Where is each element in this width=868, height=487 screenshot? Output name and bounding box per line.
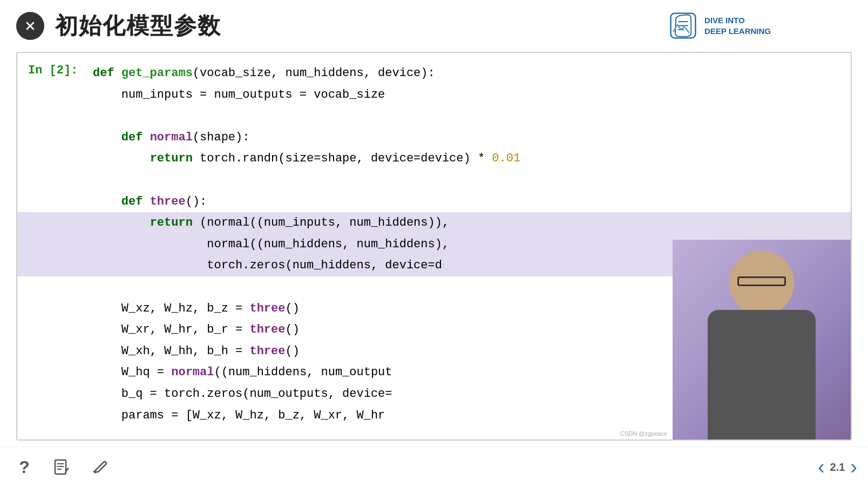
close-button[interactable] (16, 12, 44, 40)
code-line-blank2 (93, 170, 851, 191)
code-line-3: def normal(shape): (93, 127, 851, 148)
watermark: CSDN @zgpeace (620, 430, 667, 437)
code-line-6: return (normal((num_inputs, num_hiddens)… (93, 212, 852, 234)
code-line-blank1 (93, 105, 851, 127)
person-body (708, 310, 816, 439)
bottom-toolbar: ? ‹ 2.1 › (0, 447, 868, 487)
page-number: 2.1 (830, 461, 845, 474)
code-line-5: def three(): (93, 191, 851, 213)
logo-area: DIVE INTO DEEP LEARNING (668, 11, 771, 40)
code-line-4: return torch.randn(size=shape, device=de… (93, 148, 851, 170)
main-content: In [2]: def get_params(vocab_size, num_h… (16, 52, 852, 441)
logo-icon (668, 11, 698, 40)
logo-text: DIVE INTO DEEP LEARNING (704, 15, 771, 36)
edit-icon (53, 458, 71, 476)
next-button[interactable]: › (850, 457, 857, 477)
help-button[interactable]: ? (11, 454, 38, 481)
code-line-2: num_inputs = num_outputs = vocab_size (93, 84, 851, 106)
person-overlay (673, 240, 851, 439)
page-title: 初始化模型参数 (55, 11, 221, 41)
pen-icon (91, 458, 109, 476)
edit-button[interactable] (49, 454, 76, 481)
code-line-1: def get_params(vocab_size, num_hiddens, … (93, 63, 851, 84)
nav-area: ‹ 2.1 › (818, 457, 857, 477)
pen-button[interactable] (86, 454, 113, 481)
person-glasses (737, 276, 786, 286)
video-bg (673, 240, 851, 439)
prev-button[interactable]: ‹ (818, 457, 825, 477)
